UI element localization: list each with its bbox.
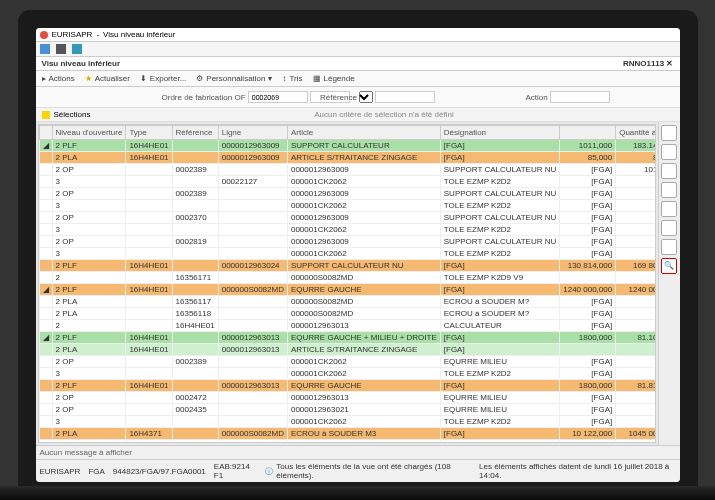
order-label: Ordre de fabrication <box>162 93 233 102</box>
personalize-button[interactable]: ⚙ Personnalisation ▾ <box>196 74 272 83</box>
table-row[interactable]: 300022127000001CK2062TOLE EZMP K2D2[FGA]… <box>39 176 656 188</box>
filter-bar: Ordre de fabrication OF Référence Action <box>36 87 680 108</box>
table-row[interactable]: 216356171000000S0082MDTOLE EZMP K2D9 V98… <box>39 272 656 284</box>
column-header[interactable]: Type <box>126 126 172 140</box>
page-header: Visu niveau inférieur RNNO1113 ✕ <box>36 57 680 71</box>
table-row[interactable]: 2 OP0002389000001CK2062EQURRE MILIEU[FGA… <box>39 356 656 368</box>
column-header[interactable]: Quantité allouée <box>616 126 656 140</box>
table-row[interactable]: 2 PLF16H4HE010000012963013EQURRE GAUCHE[… <box>39 380 656 392</box>
order-number-input[interactable] <box>248 91 308 103</box>
ref-input[interactable] <box>375 91 435 103</box>
action-label: Action <box>525 93 547 102</box>
db-label: 944823/FGA/97.FGA0001 <box>113 467 206 476</box>
company-label: FGA <box>88 467 104 476</box>
table-row[interactable]: 3000001CK2062TOLE EZMP K2D2[FGA]1011,900… <box>39 248 656 260</box>
selection-note: Aucun critère de sélection n'a été défin… <box>314 110 453 119</box>
table-row[interactable]: 3000001CK2062TOLE EZMP K2D2[FGA]5 102,00… <box>39 200 656 212</box>
table-row[interactable]: ◢2 PLF16H4HE01000000S0082MDEQURRE GAUCHE… <box>39 284 656 296</box>
ref-label: Référence <box>320 93 357 102</box>
bottom-info: Aucun message à afficher <box>36 445 680 459</box>
table-row[interactable]: 2 OP00023700000012963009SUPPORT CALCULAT… <box>39 212 656 224</box>
table-row[interactable]: 2 OP00027410000012963009EQURRE MILIEU[FG… <box>39 440 656 444</box>
data-grid[interactable]: Niveau d'ouvertureTypeRéférenceLigneArti… <box>38 124 656 443</box>
column-header[interactable]: Niveau d'ouverture <box>52 126 126 140</box>
table-row[interactable]: 3000001CK2062TOLE EZMP K2D2[FGA]5001,000… <box>39 416 656 428</box>
bookmark-icon[interactable] <box>72 44 82 54</box>
print-icon[interactable] <box>661 125 677 141</box>
window-toolbar <box>36 42 680 57</box>
column-header[interactable] <box>560 126 616 140</box>
action-bar: ▸ Actions ★ Actualiser ⬇ Exporter... ⚙ P… <box>36 71 680 87</box>
page-title: Visu niveau inférieur <box>42 59 121 68</box>
copy-icon[interactable] <box>661 144 677 160</box>
column-header[interactable]: Référence <box>172 126 218 140</box>
legend-button[interactable]: ▦ Légende <box>313 74 355 83</box>
ref-select[interactable] <box>359 91 373 103</box>
order-type: OF <box>234 93 245 102</box>
nav-back-icon[interactable] <box>40 44 50 54</box>
app-title: EURISAPR <box>52 30 93 39</box>
load-msg: ⓘ Tous les éléments de la vue ont été ch… <box>265 462 471 480</box>
export-button[interactable]: ⬇ Exporter... <box>140 74 186 83</box>
table-row[interactable]: 2 PLA16356117000000S0082MDECROU à SOUDER… <box>39 296 656 308</box>
app-icon <box>40 31 48 39</box>
date-msg: Les éléments affichés datent de lundi 16… <box>479 462 675 480</box>
column-header[interactable]: Désignation <box>440 126 559 140</box>
table-row[interactable]: 2 OP00023890000012963009SUPPORT CALCULAT… <box>39 164 656 176</box>
title-bar: EURISAPR - Visu niveau inférieur <box>36 28 680 42</box>
status-bar: EURISAPR FGA 944823/FGA/97.FGA0001 EAB:9… <box>36 459 680 482</box>
table-row[interactable]: 216H4HE010000012963013CALCULATEUR[FGA]13… <box>39 320 656 332</box>
actions-button[interactable]: ▸ Actions <box>42 74 75 83</box>
refresh-button[interactable]: ★ Actualiser <box>85 74 130 83</box>
export-icon[interactable] <box>661 163 677 179</box>
table-row[interactable]: 3000001CK2062TOLE EZMP K2D2[FGA]1015,000… <box>39 368 656 380</box>
filter2-icon[interactable] <box>661 220 677 236</box>
action-input[interactable] <box>550 91 610 103</box>
version-label: EAB:9214 F1 <box>214 462 258 480</box>
window-subtitle: Visu niveau inférieur <box>103 30 175 39</box>
table-row[interactable]: 2 OP00024720000012963013EQURRE MILIEU[FG… <box>39 392 656 404</box>
table-row[interactable]: 3000001CK2062TOLE EZMP K2D2[FGA]5 102,00… <box>39 224 656 236</box>
no-messages: Aucun message à afficher <box>40 448 132 457</box>
table-row[interactable]: ◢2 PLF16H4HE010000012963009SUPPORT CALCU… <box>39 140 656 152</box>
side-toolbar: 🔍 <box>658 122 680 445</box>
table-row[interactable]: ◢2 PLF16H4HE010000012963013EQURRE GAUCHE… <box>39 332 656 344</box>
nav-home-icon[interactable] <box>56 44 66 54</box>
selection-label[interactable]: Sélections <box>54 110 91 119</box>
table-row[interactable]: 2 PLA16H4HE010000012963009ARTICLE S/TRAI… <box>39 152 656 164</box>
column-header[interactable]: Article <box>287 126 440 140</box>
selection-icon[interactable] <box>42 111 50 119</box>
selection-bar: Sélections Aucun critère de sélection n'… <box>36 108 680 122</box>
page-id: RNNO1113 <box>623 59 664 68</box>
sort-button[interactable]: ↕ Tris <box>282 74 302 83</box>
table-row[interactable]: 2 OP00024350000012963021EQURRE MILIEU[FG… <box>39 404 656 416</box>
table-row[interactable]: 2 PLA16H4371000000S0082MDECROU à SOUDER … <box>39 428 656 440</box>
doc-icon[interactable] <box>661 239 677 255</box>
env-label: EURISAPR <box>40 467 81 476</box>
column-header[interactable]: Ligne <box>218 126 287 140</box>
table-row[interactable]: 2 PLF16H4HE010000012963024SUPPORT CALCUL… <box>39 260 656 272</box>
column-header[interactable] <box>39 126 52 140</box>
table-row[interactable]: 2 OP00023890000012963009SUPPORT CALCULAT… <box>39 188 656 200</box>
sort-icon[interactable] <box>661 201 677 217</box>
table-row[interactable]: 2 PLA16356118000000S0082MDECROU à SOUDER… <box>39 308 656 320</box>
filter-icon[interactable] <box>661 182 677 198</box>
table-row[interactable]: 2 OP00028190000012963009SUPPORT CALCULAT… <box>39 236 656 248</box>
table-row[interactable]: 2 PLA16H4HE010000012963013ARTICLE S/TRAI… <box>39 344 656 356</box>
search-icon[interactable]: 🔍 <box>661 258 677 274</box>
